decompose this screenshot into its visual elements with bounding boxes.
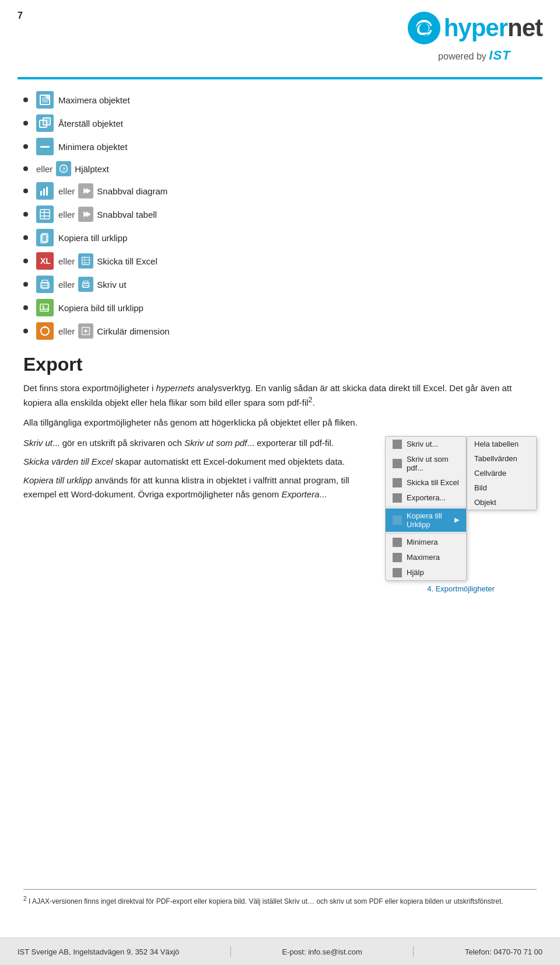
bullet-dot	[23, 282, 28, 287]
bullet-dot	[23, 212, 28, 217]
print-pdf-menu-icon	[393, 459, 402, 468]
circular-icon	[78, 323, 93, 339]
minimize-icon	[36, 138, 54, 155]
context-menu: Skriv ut... Skriv ut som pdf... Skicka t…	[385, 436, 467, 581]
minimize-menu-icon	[393, 538, 402, 547]
list-item: eller ? Hjälptext	[23, 161, 537, 176]
eller-text: eller	[58, 256, 75, 266]
submenu-item-cellvarde: Cellvärde	[467, 466, 536, 480]
footer-divider1	[230, 946, 231, 957]
menu-item-print-pdf: Skriv ut som pdf...	[386, 452, 466, 475]
menu-item-copy-urklipp: Kopiera till Urklipp ▶	[386, 508, 466, 532]
svg-rect-11	[40, 146, 50, 148]
hypernet-logo-icon: @	[407, 11, 442, 46]
submenu-item-objekt: Objekt	[467, 495, 536, 510]
help-label: Hjälptext	[75, 164, 108, 174]
menu-item-maximize: Maximera	[386, 550, 466, 565]
submenu-item-hela-tabellen: Hela tabellen	[467, 437, 536, 451]
print-menu-icon	[393, 440, 402, 449]
footnote-section: 2 I AJAX-versionen finns inget direktval…	[23, 889, 537, 907]
ist-brand: IST	[489, 48, 510, 62]
maximize-label: Maximera objektet	[58, 95, 130, 105]
menu-item-send-excel: Skicka till Excel	[386, 475, 466, 490]
submenu-item-bild: Bild	[467, 480, 536, 495]
list-item: Minimera objektet	[23, 138, 537, 155]
page-number: 7	[18, 11, 23, 21]
menu-item-minimize: Minimera	[386, 535, 466, 550]
header-blue-line	[18, 77, 542, 79]
svg-rect-30	[82, 257, 90, 265]
list-item: Återställ objektet	[23, 114, 537, 132]
svg-marker-19	[86, 188, 90, 194]
bullet-dot	[23, 305, 28, 310]
list-item: Maximera objektet	[23, 91, 537, 109]
list-item: Kopiera till urklipp	[23, 229, 537, 246]
bullet-dot	[23, 166, 28, 171]
export-body2: Alla tillgängliga exportmöjligheter nås …	[23, 416, 537, 429]
export-intro: Det finns stora exportmöjligheter i hype…	[23, 381, 537, 410]
logo-area: @ hypernet powered by IST	[407, 11, 542, 63]
eller-text: eller	[58, 210, 75, 220]
table-label: Snabbval tabell	[97, 210, 157, 220]
help-icon: ?	[56, 161, 71, 176]
svg-text:XL: XL	[40, 256, 51, 266]
chart-icon	[36, 182, 54, 200]
list-item: Kopiera bild till urklipp	[23, 299, 537, 316]
list-item: eller Snabbval diagram	[23, 182, 537, 200]
eller-text: eller	[58, 186, 75, 196]
copy-clipboard-label: Kopiera till urklipp	[58, 233, 127, 243]
bullet-dot	[23, 144, 28, 149]
footnote-text: 2 I AJAX-versionen finns inget direktval…	[23, 894, 537, 907]
excel-label: Skicka till Excel	[97, 256, 157, 266]
footer-phone: Telefon: 0470-70 71 00	[465, 947, 542, 956]
menu-item-exportera: Exportera...	[386, 490, 466, 506]
print-label: Skriv ut	[97, 280, 126, 290]
restore-icon	[36, 114, 54, 132]
svg-rect-15	[43, 189, 45, 196]
circular-big-icon	[36, 322, 54, 340]
export-section: Export Det finns stora exportmöjligheter…	[23, 354, 537, 593]
svg-rect-16	[46, 187, 48, 196]
eller-text: eller	[58, 326, 75, 336]
bullet-dot	[23, 189, 28, 193]
printer-icon	[78, 277, 93, 292]
menu-item-help: Hjälp	[386, 565, 466, 580]
bullet-dot	[23, 329, 28, 333]
export-main-content: Skriv ut... gör en utskrift på skrivaren…	[23, 436, 537, 593]
eller-text: eller	[58, 280, 75, 290]
main-content: Maximera objektet Återställ objektet Min…	[0, 91, 560, 593]
copy-clipboard-icon	[36, 229, 54, 246]
export-menu-icon	[393, 493, 402, 503]
restore-label: Återställ objektet	[58, 119, 123, 128]
context-menu-wrapper: Skriv ut... Skriv ut som pdf... Skicka t…	[385, 436, 537, 581]
chart-label: Snabbval diagram	[97, 186, 167, 196]
copy-image-icon	[36, 299, 54, 316]
svg-text:@: @	[415, 18, 432, 37]
menu-separator	[386, 507, 466, 507]
arrow-right-icon2	[78, 207, 93, 222]
excel-menu-icon	[393, 478, 402, 487]
list-item: eller Skriv ut	[23, 276, 537, 293]
arrow-right-icon	[78, 183, 93, 198]
svg-rect-20	[40, 210, 50, 219]
footer-phone-text: Telefon: 0470-70 71 00	[465, 947, 542, 956]
help-menu-icon	[393, 568, 402, 577]
bullet-dot	[23, 121, 28, 126]
svg-rect-10	[44, 119, 49, 124]
svg-marker-25	[86, 211, 90, 217]
footer-company: IST Sverige AB, Ingelstadvägen 9, 352 34…	[18, 947, 179, 956]
copy-menu-icon	[393, 515, 402, 525]
svg-point-37	[47, 284, 48, 285]
hypernet-brand-text: hypernet	[444, 14, 542, 42]
header: @ hypernet powered by IST	[0, 0, 560, 63]
footer: IST Sverige AB, Ingelstadvägen 9, 352 34…	[0, 938, 560, 965]
export-description: Skriv ut... gör en utskrift på skrivaren…	[23, 436, 368, 593]
printer-big-icon	[36, 276, 54, 293]
footer-email: E-post: info.se@ist.com	[282, 947, 362, 956]
bullet-dot	[23, 259, 28, 263]
copy-image-label: Kopiera bild till urklipp	[58, 303, 144, 313]
export-context-menu-image: Skriv ut... Skriv ut som pdf... Skicka t…	[385, 436, 537, 593]
powered-by-text: powered by IST	[438, 48, 510, 63]
table-icon	[36, 205, 54, 223]
submenu-panel: Hela tabellen Tabellvärden Cellvärde Bil…	[467, 436, 537, 510]
